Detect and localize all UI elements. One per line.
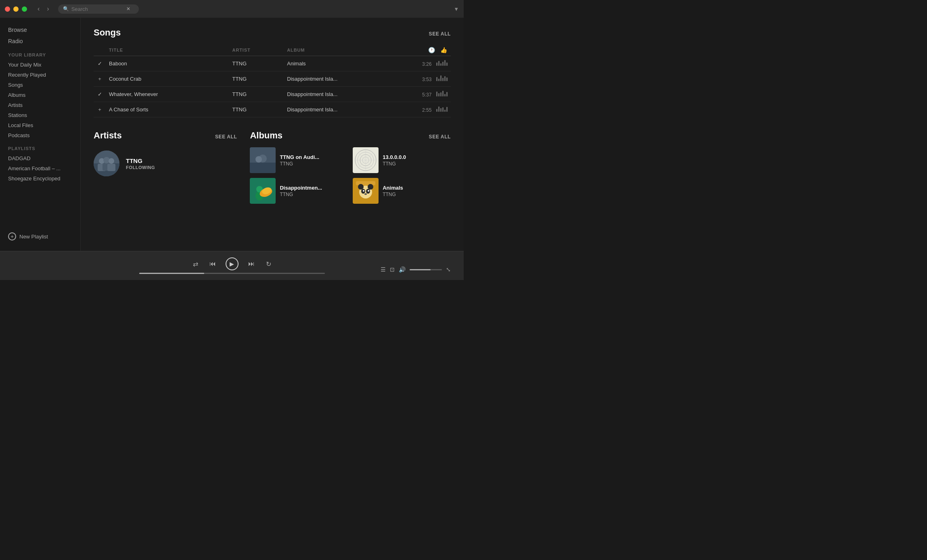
songs-section-header: Songs SEE ALL xyxy=(94,27,451,38)
plus-circle-icon: + xyxy=(8,232,16,240)
albums-see-all-button[interactable]: SEE ALL xyxy=(429,134,451,140)
new-playlist-button[interactable]: + New Playlist xyxy=(0,228,80,244)
fullscreen-icon[interactable]: ⤡ xyxy=(446,266,451,273)
sidebar-item-browse[interactable]: Browse xyxy=(0,24,80,36)
song-row-3[interactable]: ✓ Whatever, Whenever TTNG Disappointment… xyxy=(94,87,451,102)
song-row-1[interactable]: ✓ Baboon TTNG Animals 3:26 xyxy=(94,56,451,71)
album-artist-thirteen: TTNG xyxy=(383,161,406,167)
sidebar-item-albums[interactable]: Albums xyxy=(0,90,80,100)
songs-title: Songs xyxy=(94,27,121,38)
prev-button[interactable]: ⏮ xyxy=(208,259,218,269)
sidebar: Browse Radio YOUR LIBRARY Your Daily Mix… xyxy=(0,18,81,251)
song-2-icon: + xyxy=(94,71,106,87)
sidebar-item-recently-played[interactable]: Recently Played xyxy=(0,70,80,80)
progress-bar-fill xyxy=(139,273,204,274)
sidebar-item-artists[interactable]: Artists xyxy=(0,100,80,110)
svg-point-34 xyxy=(368,190,369,192)
albums-section-header: Albums SEE ALL xyxy=(250,130,451,141)
col-artist-header: ARTIST xyxy=(229,44,284,56)
volume-slider[interactable] xyxy=(410,269,442,270)
song-1-title: Baboon xyxy=(106,56,229,71)
shuffle-button[interactable]: ⇄ xyxy=(191,259,200,270)
artists-see-all-button[interactable]: SEE ALL xyxy=(215,134,237,140)
player-bar: ⇄ ⏮ ▶ ⏭ ↻ ☰ ⊡ 🔊 ⤡ xyxy=(0,251,464,280)
song-4-icon: + xyxy=(94,102,106,117)
song-3-icon: ✓ xyxy=(94,87,106,102)
close-button[interactable] xyxy=(5,6,10,12)
album-cover-audi xyxy=(250,147,276,173)
queue-icon[interactable]: ☰ xyxy=(381,266,386,273)
search-icon: 🔍 xyxy=(63,6,69,12)
main-layout: Browse Radio YOUR LIBRARY Your Daily Mix… xyxy=(0,18,464,251)
album-cover-disappoint xyxy=(250,178,276,204)
sidebar-item-stations[interactable]: Stations xyxy=(0,110,80,120)
songs-table: TITLE ARTIST ALBUM 🕐 👍 ✓ Baboon TTNG Ani… xyxy=(94,44,451,117)
sidebar-item-local-files[interactable]: Local Files xyxy=(0,120,80,130)
svg-point-4 xyxy=(109,158,114,164)
sidebar-playlist-dadgad[interactable]: DADGAD xyxy=(0,153,80,163)
dropdown-icon[interactable]: ▼ xyxy=(454,6,459,12)
repeat-button[interactable]: ↻ xyxy=(264,259,273,270)
devices-icon[interactable]: ⊡ xyxy=(390,266,395,273)
sidebar-playlist-american-football[interactable]: American Football – ... xyxy=(0,163,80,173)
album-artist-disappoint: TTNG xyxy=(280,192,322,197)
song-1-artist: TTNG xyxy=(229,56,284,71)
album-artist-audi: TTNG xyxy=(280,161,319,167)
play-button[interactable]: ▶ xyxy=(226,257,239,270)
album-name-audi: TTNG on Audi... xyxy=(280,154,319,160)
artists-section-header: Artists SEE ALL xyxy=(94,130,237,141)
song-3-duration: 5:37 xyxy=(422,92,431,98)
sidebar-item-daily-mix[interactable]: Your Daily Mix xyxy=(0,60,80,70)
album-item-audi[interactable]: TTNG on Audi... TTNG xyxy=(250,147,348,173)
artist-item-ttng[interactable]: TTNG FOLLOWING xyxy=(94,147,237,180)
next-button[interactable]: ⏭ xyxy=(247,259,256,269)
forward-button[interactable]: › xyxy=(44,4,51,13)
volume-icon: 🔊 xyxy=(399,266,406,273)
song-2-title: Coconut Crab xyxy=(106,71,229,87)
albums-title: Albums xyxy=(250,130,282,141)
album-name-thirteen: 13.0.0.0.0 xyxy=(383,154,406,160)
sidebar-item-podcasts[interactable]: Podcasts xyxy=(0,130,80,140)
svg-rect-7 xyxy=(107,164,115,171)
album-item-animals[interactable]: Animals TTNG xyxy=(353,178,451,204)
album-info-disappoint: Disappointmen... TTNG xyxy=(280,185,322,197)
album-cover-thirteen xyxy=(353,147,379,173)
like-icon: 👍 xyxy=(440,47,448,53)
maximize-button[interactable] xyxy=(22,6,27,12)
search-bar: 🔍 ttng ✕ xyxy=(58,4,139,14)
songs-see-all-button[interactable]: SEE ALL xyxy=(429,31,451,37)
albums-grid: TTNG on Audi... TTNG xyxy=(250,147,451,204)
album-artist-animals: TTNG xyxy=(383,192,403,197)
album-name-disappoint: Disappointmen... xyxy=(280,185,322,191)
album-info-audi: TTNG on Audi... TTNG xyxy=(280,154,319,167)
song-4-album: Disappointment Isla... xyxy=(284,102,410,117)
back-button[interactable]: ‹ xyxy=(35,4,42,13)
time-icon: 🕐 xyxy=(428,47,435,53)
song-row-2[interactable]: + Coconut Crab TTNG Disappointment Isla.… xyxy=(94,71,451,87)
artist-avatar-ttng xyxy=(94,150,119,176)
album-item-disappoint[interactable]: Disappointmen... TTNG xyxy=(250,178,348,204)
minimize-button[interactable] xyxy=(13,6,19,12)
song-3-title: Whatever, Whenever xyxy=(106,87,229,102)
album-info-thirteen: 13.0.0.0.0 TTNG xyxy=(383,154,406,167)
sidebar-item-songs[interactable]: Songs xyxy=(0,80,80,90)
album-item-thirteen[interactable]: 13.0.0.0.0 TTNG xyxy=(353,147,451,173)
search-input[interactable]: ttng xyxy=(71,6,124,12)
sidebar-playlist-shoegaze[interactable]: Shoegaze Encycloped xyxy=(0,173,80,184)
sidebar-item-radio[interactable]: Radio xyxy=(0,36,80,47)
artists-section: Artists SEE ALL xyxy=(94,130,237,204)
titlebar: ‹ › 🔍 ttng ✕ ▼ xyxy=(0,0,464,18)
nav-buttons: ‹ › xyxy=(35,4,52,13)
song-4-title: A Chase of Sorts xyxy=(106,102,229,117)
clear-search-button[interactable]: ✕ xyxy=(126,6,130,12)
progress-bar[interactable] xyxy=(139,273,325,274)
song-3-artist: TTNG xyxy=(229,87,284,102)
svg-point-35 xyxy=(364,193,367,195)
song-3-album: Disappointment Isla... xyxy=(284,87,410,102)
song-1-album: Animals xyxy=(284,56,410,71)
song-4-duration: 2:55 xyxy=(422,107,431,113)
song-row-4[interactable]: + A Chase of Sorts TTNG Disappointment I… xyxy=(94,102,451,117)
song-1-icon: ✓ xyxy=(94,56,106,71)
song-2-duration: 3:53 xyxy=(422,77,431,82)
your-library-label: YOUR LIBRARY xyxy=(0,47,80,60)
